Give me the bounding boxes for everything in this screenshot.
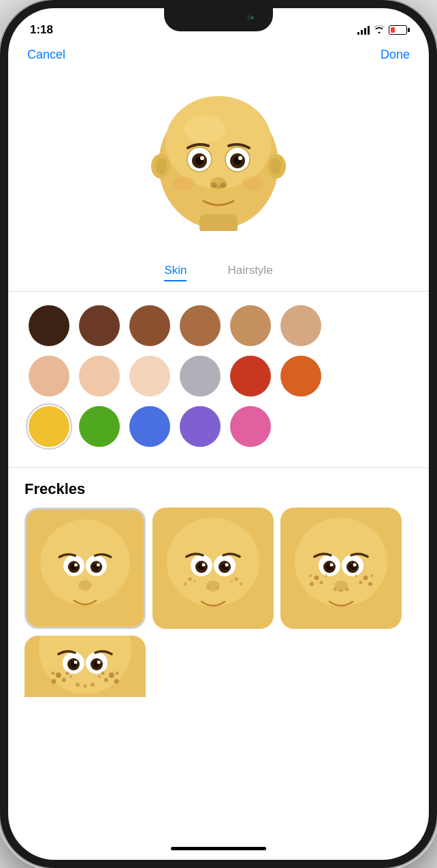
svg-point-64 bbox=[314, 576, 319, 580]
notch bbox=[164, 8, 273, 31]
svg-point-43 bbox=[225, 563, 229, 567]
svg-point-21 bbox=[174, 176, 195, 190]
svg-point-99 bbox=[91, 683, 95, 687]
phone-screen: 1:18 bbox=[8, 8, 429, 860]
svg-point-101 bbox=[98, 675, 101, 678]
swatch-orange[interactable] bbox=[280, 356, 321, 397]
svg-point-69 bbox=[368, 582, 372, 586]
svg-point-11 bbox=[200, 156, 204, 160]
swatch-tan[interactable] bbox=[180, 305, 221, 346]
svg-point-88 bbox=[52, 679, 56, 684]
svg-point-66 bbox=[320, 581, 323, 585]
swatch-row-1 bbox=[29, 305, 408, 346]
svg-point-1 bbox=[165, 96, 272, 189]
done-button[interactable]: Done bbox=[381, 48, 410, 62]
svg-point-35 bbox=[167, 518, 259, 606]
svg-point-49 bbox=[240, 583, 243, 586]
freckles-light[interactable] bbox=[152, 508, 274, 629]
svg-point-58 bbox=[330, 563, 334, 567]
svg-point-32 bbox=[97, 563, 100, 567]
swatch-row-3 bbox=[29, 406, 408, 447]
swatch-pink[interactable] bbox=[230, 406, 271, 447]
svg-point-68 bbox=[363, 576, 368, 580]
svg-point-87 bbox=[56, 672, 61, 678]
battery-icon bbox=[389, 25, 407, 35]
swatch-lightpeach[interactable] bbox=[79, 356, 120, 397]
svg-point-90 bbox=[52, 672, 55, 675]
svg-point-92 bbox=[109, 672, 114, 678]
svg-point-82 bbox=[74, 661, 78, 664]
signal-icon bbox=[357, 25, 370, 35]
freckles-medium[interactable] bbox=[280, 508, 402, 629]
swatches-section bbox=[8, 292, 429, 468]
svg-point-72 bbox=[334, 588, 337, 591]
avatar-area bbox=[8, 67, 429, 258]
phone-frame: 1:18 bbox=[0, 0, 437, 868]
svg-point-93 bbox=[114, 679, 119, 684]
svg-point-44 bbox=[206, 580, 220, 591]
freckles-heavy[interactable] bbox=[25, 636, 146, 697]
swatch-peach[interactable] bbox=[29, 356, 69, 397]
svg-point-96 bbox=[101, 672, 105, 675]
svg-point-75 bbox=[325, 574, 327, 577]
freckles-grid bbox=[25, 508, 412, 629]
svg-point-86 bbox=[97, 661, 101, 664]
svg-point-28 bbox=[74, 563, 78, 567]
time-display: 1:18 bbox=[30, 23, 53, 37]
svg-point-22 bbox=[242, 176, 263, 190]
svg-point-51 bbox=[207, 587, 210, 589]
svg-point-6 bbox=[270, 158, 281, 174]
swatch-caramel[interactable] bbox=[230, 305, 271, 346]
swatch-brown[interactable] bbox=[79, 305, 120, 346]
swatch-beige[interactable] bbox=[280, 305, 321, 346]
svg-point-24 bbox=[40, 519, 129, 605]
swatch-purple[interactable] bbox=[180, 406, 221, 447]
swatch-blue[interactable] bbox=[129, 406, 170, 447]
svg-point-91 bbox=[66, 672, 69, 675]
svg-point-5 bbox=[156, 158, 167, 174]
svg-point-98 bbox=[84, 685, 87, 688]
svg-point-94 bbox=[104, 678, 108, 682]
svg-point-48 bbox=[234, 577, 238, 581]
svg-rect-7 bbox=[199, 214, 238, 231]
tab-hairstyle[interactable]: Hairstyle bbox=[227, 264, 272, 281]
svg-point-65 bbox=[310, 582, 314, 586]
swatch-yellow[interactable] bbox=[29, 406, 69, 447]
wifi-icon bbox=[374, 25, 385, 35]
freckles-section: Freckles bbox=[8, 468, 429, 697]
svg-point-95 bbox=[116, 672, 119, 675]
svg-point-54 bbox=[295, 518, 387, 606]
svg-point-39 bbox=[202, 563, 206, 567]
svg-point-45 bbox=[188, 577, 192, 581]
swatch-grey[interactable] bbox=[180, 356, 221, 397]
svg-point-71 bbox=[370, 574, 373, 577]
svg-point-47 bbox=[193, 580, 196, 583]
swatch-mediumbrown[interactable] bbox=[129, 305, 170, 346]
tab-bar: Skin Hairstyle bbox=[8, 258, 429, 292]
swatch-row-2 bbox=[29, 356, 408, 397]
svg-point-2 bbox=[184, 115, 225, 142]
svg-point-15 bbox=[238, 156, 242, 160]
swatch-red[interactable] bbox=[230, 356, 271, 397]
swatch-green[interactable] bbox=[79, 406, 120, 447]
svg-point-62 bbox=[353, 563, 357, 567]
cancel-button[interactable]: Cancel bbox=[27, 48, 65, 62]
svg-point-100 bbox=[69, 675, 72, 678]
svg-point-70 bbox=[359, 581, 363, 585]
svg-point-33 bbox=[78, 580, 91, 590]
svg-point-89 bbox=[62, 678, 66, 682]
svg-point-46 bbox=[184, 583, 187, 586]
svg-point-50 bbox=[230, 580, 233, 583]
status-icons bbox=[357, 25, 407, 35]
memoji-avatar bbox=[150, 88, 287, 231]
camera-dot bbox=[247, 15, 253, 20]
freckles-none[interactable] bbox=[25, 508, 146, 629]
swatch-palecream[interactable] bbox=[129, 356, 170, 397]
svg-point-76 bbox=[355, 574, 357, 577]
freckles-title: Freckles bbox=[25, 480, 412, 498]
svg-point-74 bbox=[346, 588, 349, 591]
swatch-darkbrown[interactable] bbox=[29, 305, 69, 346]
tab-skin[interactable]: Skin bbox=[164, 264, 187, 281]
svg-point-52 bbox=[216, 587, 219, 589]
svg-point-97 bbox=[76, 683, 80, 687]
